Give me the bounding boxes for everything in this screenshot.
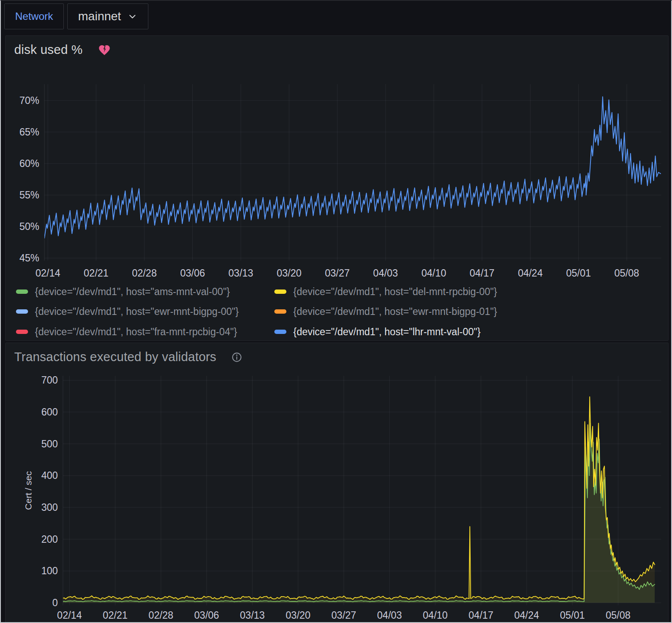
svg-text:50%: 50% <box>19 221 39 232</box>
variable-bar: Network mainnet <box>4 3 148 29</box>
network-label: Network <box>15 10 53 22</box>
legend-item-del-mnt-rpcbig-00[interactable]: {device="/dev/md1", host="del-mnt-rpcbig… <box>274 282 497 302</box>
legend-item-lhr-mnt-val-00[interactable]: {device="/dev/md1", host="lhr-mnt-val-00… <box>274 322 480 342</box>
chevron-down-icon <box>127 11 138 22</box>
series-swatch <box>274 330 286 334</box>
svg-text:02/14: 02/14 <box>35 267 60 279</box>
svg-text:02/14: 02/14 <box>57 610 82 621</box>
panel-disk-used: disk used % 02/1402/2102/2803/0603/1303/… <box>5 35 669 341</box>
svg-text:600: 600 <box>41 406 58 418</box>
svg-text:05/01: 05/01 <box>560 610 585 621</box>
svg-text:03/13: 03/13 <box>240 610 265 621</box>
svg-text:70%: 70% <box>19 95 39 106</box>
svg-text:05/01: 05/01 <box>566 267 591 279</box>
svg-text:04/24: 04/24 <box>514 610 539 621</box>
series-swatch <box>16 309 28 314</box>
svg-text:03/27: 03/27 <box>325 267 350 279</box>
svg-text:02/28: 02/28 <box>148 610 173 621</box>
svg-text:02/21: 02/21 <box>84 267 109 279</box>
legend-item-fra-mnt-rpcbig-04[interactable]: {device="/dev/md1", host="fra-mnt-rpcbig… <box>16 322 237 342</box>
svg-text:04/10: 04/10 <box>423 610 448 621</box>
svg-text:04/10: 04/10 <box>421 267 446 279</box>
svg-text:0: 0 <box>52 597 58 608</box>
legend-item-ams-mnt-val-00[interactable]: {device="/dev/md1", host="ams-mnt-val-00… <box>16 282 230 302</box>
svg-text:700: 700 <box>41 374 58 386</box>
grafana-dashboard: Network mainnet disk used % 02/1402/2102… <box>0 0 672 623</box>
svg-text:04/03: 04/03 <box>377 610 402 621</box>
svg-text:03/13: 03/13 <box>229 267 254 279</box>
svg-text:60%: 60% <box>19 158 39 169</box>
svg-text:02/21: 02/21 <box>103 610 128 621</box>
svg-text:05/08: 05/08 <box>606 610 631 621</box>
panel-transactions: Transactions executed by validators Cert… <box>5 343 669 623</box>
svg-text:03/20: 03/20 <box>276 267 301 279</box>
svg-text:200: 200 <box>41 534 58 545</box>
series-swatch <box>16 330 28 334</box>
svg-text:45%: 45% <box>19 252 39 264</box>
transactions-chart[interactable]: 02/1402/2102/2803/0603/1303/2003/2704/03… <box>6 343 669 623</box>
legend-item-ewr-mnt-bigpg-00[interactable]: {device="/dev/md1", host="ewr-mnt-bigpg-… <box>16 302 239 321</box>
svg-text:04/24: 04/24 <box>518 267 543 279</box>
svg-text:03/06: 03/06 <box>180 267 205 279</box>
svg-text:400: 400 <box>41 470 58 481</box>
network-value[interactable]: mainnet <box>78 9 121 23</box>
svg-text:04/03: 04/03 <box>373 267 398 279</box>
svg-text:03/27: 03/27 <box>331 610 356 621</box>
svg-text:04/17: 04/17 <box>470 267 495 279</box>
svg-text:03/06: 03/06 <box>194 610 219 621</box>
network-variable-dropdown[interactable]: mainnet <box>67 3 148 29</box>
network-variable-label: Network <box>4 3 64 29</box>
series-swatch <box>274 289 286 294</box>
legend-item-ewr-mnt-bigpg-01[interactable]: {device="/dev/md1", host="ewr-mnt-bigpg-… <box>274 302 497 321</box>
svg-text:02/28: 02/28 <box>132 267 157 279</box>
svg-text:55%: 55% <box>19 189 39 201</box>
svg-text:05/08: 05/08 <box>614 267 639 279</box>
svg-text:100: 100 <box>41 565 58 576</box>
svg-text:500: 500 <box>41 438 58 450</box>
series-swatch <box>274 309 286 314</box>
svg-text:300: 300 <box>41 502 58 513</box>
series-swatch <box>16 289 28 294</box>
svg-text:65%: 65% <box>19 126 39 138</box>
svg-text:03/20: 03/20 <box>286 610 311 621</box>
svg-text:04/17: 04/17 <box>468 610 493 621</box>
